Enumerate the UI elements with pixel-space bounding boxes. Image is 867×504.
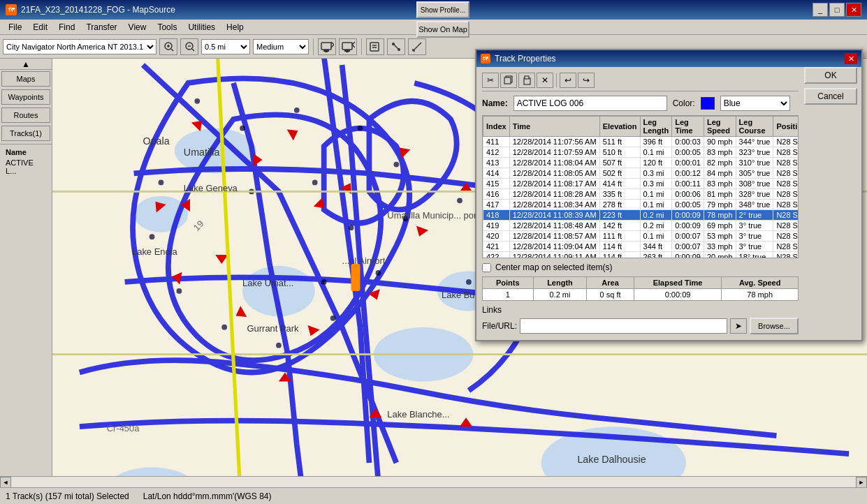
svg-text:Lake Umat...: Lake Umat...: [242, 278, 293, 288]
name-input[interactable]: [513, 96, 667, 111]
table-row[interactable]: 42212/28/2014 11:09:11 AM114 ft263 ft0:0…: [483, 252, 799, 259]
file-url-input[interactable]: [520, 318, 727, 334]
toolbar-separator-1: [313, 38, 314, 55]
menu-transfer[interactable]: Transfer: [80, 21, 122, 34]
track-table-container[interactable]: Index Time Elevation Leg Length Leg Time…: [482, 115, 799, 258]
sidebar-waypoints-button[interactable]: Waypoints: [1, 89, 50, 105]
name-color-row: Name: Color: Blue: [482, 96, 799, 111]
show-profile-button[interactable]: Show Profile...: [416, 1, 469, 18]
minimize-button[interactable]: _: [813, 3, 828, 17]
scroll-track[interactable]: [11, 477, 856, 488]
sidebar-maps-button[interactable]: Maps: [1, 71, 50, 87]
window-title: 21FA_X23_20141228_FOG - MapSource: [21, 5, 175, 15]
svg-rect-13: [370, 43, 379, 51]
stats-avgspeed-value: 78 mph: [722, 289, 799, 301]
route-button[interactable]: [387, 38, 405, 55]
sidebar-track-item[interactable]: ACTIVE L...: [3, 158, 49, 176]
table-row[interactable]: 42012/28/2014 11:08:57 AM111 ft0.1 mi0:0…: [483, 231, 799, 242]
menu-view[interactable]: View: [123, 21, 152, 34]
svg-rect-92: [504, 77, 511, 84]
col-time: Time: [509, 117, 599, 137]
menu-find[interactable]: Find: [53, 21, 80, 34]
h-scrollbar[interactable]: ◄ ►: [0, 476, 867, 487]
cut-button[interactable]: ✂: [482, 73, 499, 88]
links-section: Links: [482, 305, 799, 315]
copy-button[interactable]: [500, 73, 517, 88]
table-row[interactable]: 41912/28/2014 11:08:48 AM142 ft0.2 mi0:0…: [483, 221, 799, 231]
maximize-button[interactable]: □: [829, 3, 845, 17]
table-row[interactable]: 41712/28/2014 11:08:34 AM278 ft0.1 mi0:0…: [483, 200, 799, 210]
toolbar-separator-2: [361, 38, 362, 55]
table-row[interactable]: 41412/28/2014 11:08:05 AM502 ft0.3 mi0:0…: [483, 168, 799, 179]
dialog-right-buttons: OK Cancel: [804, 67, 861, 105]
send-to-device-button[interactable]: [318, 38, 336, 55]
dialog-title: Track Properties: [495, 54, 556, 64]
stats-area-header: Area: [587, 277, 634, 289]
col-leg-course: Leg Course: [736, 117, 773, 137]
dialog-close-button[interactable]: ✕: [845, 53, 857, 64]
scroll-left-button[interactable]: ◄: [0, 477, 11, 488]
stats-avgspeed-header: Avg. Speed: [722, 277, 799, 289]
coord-info-status: Lat/Lon hddd°mm.mmm'(WGS 84): [143, 491, 272, 501]
track-table: Index Time Elevation Leg Length Leg Time…: [483, 116, 799, 258]
sidebar-section: Name ACTIVE L...: [0, 144, 52, 178]
distance-select[interactable]: 0.5 mi: [201, 39, 250, 54]
sidebar-routes-button[interactable]: Routes: [1, 108, 50, 123]
menu-tools[interactable]: Tools: [152, 21, 182, 34]
svg-point-52: [358, 126, 363, 131]
menu-edit[interactable]: Edit: [27, 21, 53, 34]
zoom-out-button[interactable]: [180, 38, 198, 55]
ok-button[interactable]: OK: [804, 67, 857, 84]
stats-table: Points Length Area Elapsed Time Avg. Spe…: [482, 276, 799, 301]
col-position: Positi...: [773, 117, 799, 137]
table-row[interactable]: 41112/28/2014 11:07:56 AM511 ft396 ft0:0…: [483, 137, 799, 147]
center-map-row: Center map on selected item(s): [482, 262, 799, 272]
table-row[interactable]: 42112/28/2014 11:09:04 AM114 ft344 ft0:0…: [483, 242, 799, 252]
track-info-status: 1 Track(s) (157 mi total) Selected: [6, 491, 129, 501]
zoom-in-button[interactable]: [159, 38, 177, 55]
menu-file[interactable]: File: [3, 21, 27, 34]
toolbar-sep: [556, 73, 557, 87]
stats-elapsed-header: Elapsed Time: [634, 277, 722, 289]
center-map-checkbox[interactable]: [482, 263, 491, 272]
scroll-right-button[interactable]: ►: [856, 477, 867, 488]
cancel-button[interactable]: Cancel: [804, 88, 857, 105]
color-select[interactable]: Blue: [720, 96, 790, 111]
browse-button[interactable]: Browse...: [750, 318, 799, 334]
svg-point-64: [349, 225, 354, 230]
receive-from-device-button[interactable]: [339, 38, 357, 55]
svg-text:Lake Dalhousie: Lake Dalhousie: [577, 454, 646, 465]
table-row[interactable]: 41212/28/2014 11:07:59 AM510 ft0.1 mi0:0…: [483, 147, 799, 158]
table-row[interactable]: 41512/28/2014 11:08:17 AM414 ft0.3 mi0:0…: [483, 179, 799, 189]
svg-point-66: [457, 198, 462, 203]
menu-utilities[interactable]: Utilities: [182, 21, 221, 34]
find-button[interactable]: [366, 38, 384, 55]
file-url-row: File/URL: ➤ Browse...: [482, 318, 799, 334]
color-label: Color:: [673, 98, 695, 108]
paste-button[interactable]: [518, 73, 535, 88]
table-row[interactable]: 41612/28/2014 11:08:28 AM335 ft0.1 mi0:0…: [483, 189, 799, 200]
stats-points-value: 1: [483, 289, 534, 301]
svg-point-55: [376, 270, 381, 276]
delete-button[interactable]: ✕: [537, 73, 553, 88]
color-swatch: [701, 97, 715, 110]
svg-text:Gurrant Park: Gurrant Park: [247, 323, 300, 334]
svg-point-53: [393, 162, 399, 168]
sidebar-scroll-up[interactable]: ▲: [0, 59, 52, 70]
url-navigate-button[interactable]: ➤: [730, 318, 747, 334]
dialog-toolbar: ✂ ✕ ↩ ↪: [482, 73, 799, 91]
stats-elapsed-value: 0:00:09: [634, 289, 722, 301]
close-button[interactable]: ✕: [846, 3, 861, 17]
dialog-icon: 🗺: [481, 54, 490, 64]
table-row[interactable]: 41312/28/2014 11:08:04 AM507 ft120 ft0:0…: [483, 158, 799, 168]
undo-button[interactable]: ↩: [560, 73, 576, 88]
show-on-map-button[interactable]: Show On Map: [416, 21, 469, 38]
measure-button[interactable]: [408, 38, 426, 55]
menu-help[interactable]: Help: [221, 21, 249, 34]
redo-button[interactable]: ↪: [578, 73, 595, 88]
sidebar-tracks-button[interactable]: Tracks(1): [1, 126, 50, 141]
quality-select[interactable]: Medium: [253, 39, 309, 54]
table-row[interactable]: 41812/28/2014 11:08:39 AM223 ft0.2 mi0:0…: [483, 210, 799, 221]
dialog-title-bar: 🗺 Track Properties ✕: [476, 50, 861, 67]
map-source-select[interactable]: City Navigator North America NT 2013.1: [3, 39, 156, 54]
